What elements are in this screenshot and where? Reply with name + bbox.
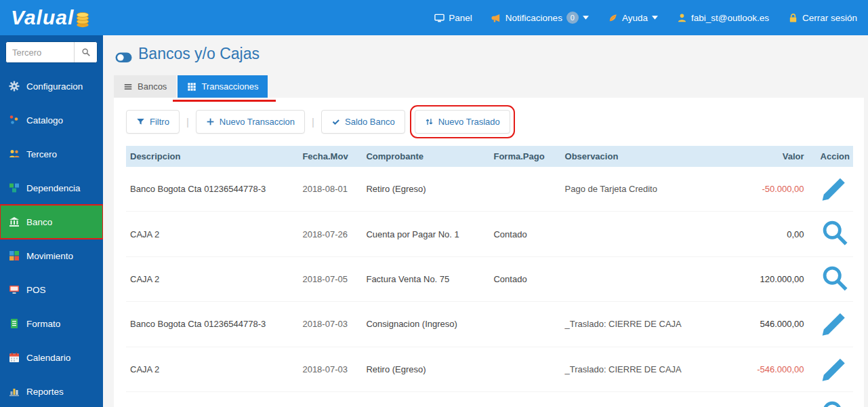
view-action-button[interactable]	[821, 264, 849, 292]
search-input[interactable]	[6, 42, 74, 62]
cell-forma-pago	[489, 302, 560, 347]
squares-icon	[9, 250, 20, 261]
topnav-item-cerrar-sesion[interactable]: Cerrar sesión	[788, 13, 857, 23]
topnav-item-usuario[interactable]: fabi_st@outlook.es	[677, 13, 769, 23]
cell-descripcion: CAJA 2	[126, 347, 298, 391]
cell-observacion: Pago de Tarjeta Credito	[561, 167, 718, 212]
cell-valor: -50.000,00	[718, 167, 808, 212]
column-header-valor: Valor	[718, 146, 808, 167]
filtro-button[interactable]: Filtro	[126, 110, 180, 134]
sidebar-item-label: POS	[26, 285, 46, 295]
view-action-button[interactable]	[821, 218, 849, 247]
cell-fecha: 2018-07-03	[298, 392, 362, 407]
help-icon	[608, 13, 618, 23]
table-row: Banco Bogota Cta 01236544778-32018-08-01…	[126, 167, 853, 212]
view-action-button[interactable]	[821, 399, 849, 407]
sidebar-item-calendario[interactable]: Calendario	[0, 341, 103, 374]
column-header-comprobante: Comprobante	[362, 146, 489, 167]
cell-accion	[808, 212, 853, 256]
view-icon	[821, 218, 849, 247]
table-row: CAJA 22018-07-26Cuenta por Pagar No. 1Co…	[126, 212, 853, 256]
megaphone-icon	[491, 13, 501, 23]
cell-comprobante: Factura Venta No. 74	[362, 392, 489, 407]
updown-icon	[425, 117, 434, 126]
topnav-label: Panel	[449, 13, 472, 23]
topnav-item-notificaciones[interactable]: Notificaciones0	[491, 12, 589, 24]
sidebar-item-label: Calendario	[26, 353, 70, 363]
sidebar: ConfiguracionCatalogoTerceroDependenciaB…	[0, 35, 103, 407]
check-icon	[331, 117, 340, 126]
cell-descripcion: Banco Bogota Cta 01236544778-3	[126, 167, 298, 212]
page-title: Bancos y/o Cajas	[115, 45, 864, 63]
button-label: Saldo Banco	[345, 117, 395, 127]
sidebar-item-formato[interactable]: Formato	[0, 307, 103, 341]
edit-action-button[interactable]	[821, 174, 849, 202]
column-header-fecha-mov: Fecha.Mov	[298, 146, 362, 167]
cell-valor: -546.000,00	[718, 347, 808, 391]
sidebar-item-catalogo[interactable]: Catalogo	[0, 103, 103, 137]
user-icon	[677, 13, 687, 23]
sidebar-item-label: Movimiento	[26, 251, 73, 261]
edit-icon	[821, 174, 849, 202]
gear-icon	[9, 81, 20, 92]
search-button[interactable]	[74, 42, 97, 62]
sidebar-item-label: Dependencia	[26, 183, 81, 193]
cell-accion	[808, 392, 853, 407]
cell-valor: 0,00	[718, 212, 808, 256]
edit-icon	[821, 309, 849, 337]
topnav-label: Notificaciones	[505, 13, 562, 23]
cell-fecha: 2018-08-01	[298, 167, 362, 212]
filter-icon	[136, 117, 145, 126]
cell-valor: 546.000,00	[718, 302, 808, 347]
saldo-banco-button[interactable]: Saldo Banco	[321, 110, 405, 134]
view-icon	[821, 399, 849, 407]
sidebar-item-tercero[interactable]: Tercero	[0, 137, 103, 171]
column-header-accion: Accion	[808, 146, 853, 167]
grid-icon	[187, 82, 197, 92]
main-content: Bancos y/o Cajas BancosTransacciones Fil…	[103, 35, 868, 407]
nuevo-transaccion-button[interactable]: Nuevo Transaccion	[196, 110, 305, 134]
edit-action-button[interactable]	[821, 309, 849, 337]
sidebar-item-label: Reportes	[26, 387, 64, 397]
cell-comprobante: Consignacion (Ingreso)	[362, 302, 489, 347]
topnav-label: Ayuda	[622, 13, 648, 23]
column-header-forma-pago: Forma.Pago	[489, 146, 560, 167]
transactions-table: DescripcionFecha.MovComprobanteForma.Pag…	[126, 146, 853, 407]
tab-transacciones[interactable]: Transacciones	[178, 75, 268, 98]
cell-fecha: 2018-07-26	[298, 212, 362, 256]
table-row: Banco Bogota Cta 01236544778-32018-07-03…	[126, 302, 853, 347]
edit-action-button[interactable]	[821, 354, 849, 383]
panel-icon	[434, 13, 445, 23]
tabs: BancosTransacciones	[114, 75, 864, 98]
logo[interactable]: Valual	[11, 7, 90, 28]
cell-accion	[808, 256, 853, 301]
lock-icon	[788, 13, 798, 23]
cell-observacion	[561, 212, 718, 256]
sidebar-item-reportes[interactable]: Reportes	[0, 374, 103, 407]
sidebar-item-label: Configuracion	[26, 81, 83, 92]
topnav-item-ayuda[interactable]: Ayuda	[608, 13, 658, 23]
sidebar-item-configuracion[interactable]: Configuracion	[0, 69, 103, 103]
sidebar-menu: ConfiguracionCatalogoTerceroDependenciaB…	[0, 69, 103, 407]
cell-fecha: 2018-07-03	[298, 302, 362, 347]
sidebar-item-dependencia[interactable]: Dependencia	[0, 171, 103, 205]
topbar: Valual PanelNotificaciones0Ayudafabi_st@…	[0, 0, 868, 35]
notifications-badge: 0	[566, 12, 579, 24]
table-row: CAJA 22018-07-03Factura Venta No. 74Cont…	[126, 392, 853, 407]
edit-icon	[821, 354, 849, 383]
sidebar-search	[5, 41, 98, 63]
sidebar-item-pos[interactable]: POS	[0, 273, 103, 307]
nuevo-traslado-button[interactable]: Nuevo Traslado	[415, 110, 510, 134]
cell-comprobante: Retiro (Egreso)	[362, 167, 489, 212]
coins-icon	[75, 12, 90, 28]
topnav-item-panel[interactable]: Panel	[434, 13, 472, 23]
calendar-icon	[9, 352, 20, 363]
sidebar-item-movimiento[interactable]: Movimiento	[0, 239, 103, 273]
cell-comprobante: Factura Venta No. 75	[362, 256, 489, 301]
topnav-label: fabi_st@outlook.es	[691, 13, 769, 23]
tab-bancos[interactable]: Bancos	[114, 75, 176, 98]
sidebar-item-banco[interactable]: Banco	[0, 205, 103, 239]
cell-accion	[808, 347, 853, 391]
cell-fecha: 2018-07-05	[298, 256, 362, 301]
cell-forma-pago: Contado	[489, 392, 560, 407]
